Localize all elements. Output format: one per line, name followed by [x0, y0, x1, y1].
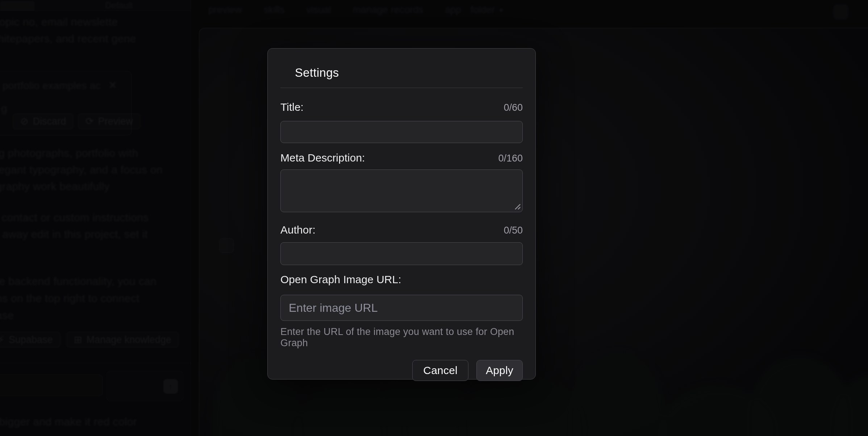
cancel-button[interactable]: Cancel [412, 360, 468, 381]
author-char-counter: 0/50 [504, 224, 523, 236]
og-image-url-helper: Enter the URL of the image you want to u… [280, 326, 523, 349]
author-input[interactable] [280, 242, 523, 265]
title-char-counter: 0/60 [504, 101, 523, 114]
title-label: Title: [280, 101, 304, 113]
meta-description-char-counter: 0/160 [498, 152, 523, 164]
title-input[interactable] [280, 121, 523, 143]
dialog-footer: Cancel Apply [280, 360, 523, 381]
apply-button[interactable]: Apply [476, 360, 523, 381]
meta-description-textarea[interactable] [280, 169, 523, 212]
dialog-title: Settings [295, 67, 523, 79]
dialog-divider [280, 88, 523, 88]
meta-description-label: Meta Description: [280, 152, 365, 164]
og-image-url-input[interactable] [280, 295, 523, 321]
og-image-url-label: Open Graph Image URL: [280, 273, 401, 286]
settings-dialog: Settings Title: 0/60 Meta Description: 0… [267, 48, 536, 380]
author-label: Author: [280, 224, 316, 236]
